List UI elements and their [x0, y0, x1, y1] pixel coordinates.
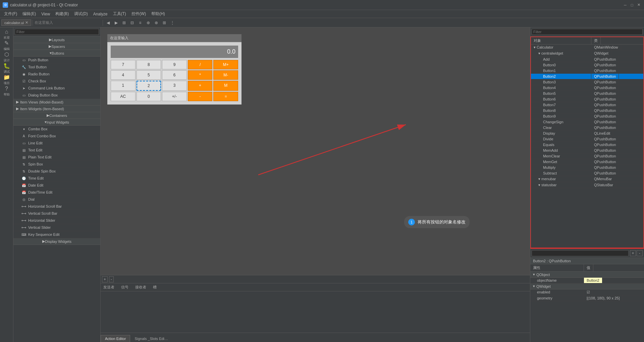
- menubar-item-d[interactable]: 调试(D): [71, 10, 91, 17]
- menubar-item-w[interactable]: 控件(W): [129, 10, 149, 17]
- maximize-button[interactable]: □: [629, 2, 635, 8]
- calc-btn-1[interactable]: 1: [111, 81, 136, 91]
- calc-btn-5[interactable]: 5: [137, 70, 161, 80]
- oi-row-button1[interactable]: Button1QPushButton: [531, 68, 643, 74]
- oi-row-memclear[interactable]: MemClearQPushButton: [531, 153, 643, 159]
- property-filter-input[interactable]: [532, 250, 629, 256]
- input-widget-item-spinbox[interactable]: ⇅Spin Box: [13, 161, 100, 168]
- toolbar-btn-6[interactable]: ⊕: [145, 19, 152, 26]
- oi-row-multiply[interactable]: MultiplyQPushButton: [531, 165, 643, 170]
- oi-row-equals[interactable]: EqualsQPushButton: [531, 142, 643, 148]
- sidebar-icon-design[interactable]: ⬡设计: [1, 52, 12, 62]
- toolbar-btn-2[interactable]: ▶: [112, 19, 120, 26]
- oi-row-add[interactable]: AddQPushButton: [531, 57, 643, 62]
- input-widget-item-dateedit[interactable]: 📅Date Edit: [13, 182, 100, 189]
- remove-connection-button[interactable]: -: [109, 276, 114, 282]
- oi-row-button8[interactable]: Button8QPushButton: [531, 108, 643, 114]
- toolbar-btn-4[interactable]: ⊟: [128, 19, 136, 26]
- oi-row-subtract[interactable]: SubtractQPushButton: [531, 170, 643, 176]
- calc-btn-add[interactable]: +: [188, 81, 213, 91]
- input-widget-item-doublespinbox[interactable]: ⇅Double Spin Box: [13, 168, 100, 175]
- category-layouts[interactable]: ▶ Layouts: [13, 37, 100, 43]
- oi-row-memadd[interactable]: MemAddQPushButton: [531, 148, 643, 153]
- minimize-button[interactable]: ─: [623, 2, 628, 8]
- calc-btn-3[interactable]: 3: [162, 81, 187, 91]
- sidebar-icon-help[interactable]: ?帮助: [1, 86, 12, 96]
- oi-row-memget[interactable]: MemGetQPushButton: [531, 159, 643, 165]
- prop-row-objectname[interactable]: objectNameButton2: [530, 278, 644, 283]
- input-widget-item-combobox[interactable]: ▾Combo Box: [13, 126, 100, 133]
- input-widget-item-horizontalslider[interactable]: ⟷Horizontal Slider: [13, 217, 100, 224]
- calc-btn-7[interactable]: 7: [111, 60, 136, 69]
- bottom-tab-1[interactable]: Signals _Slots Edi…: [130, 335, 172, 342]
- prop-row-enabled[interactable]: enabled☑: [530, 289, 644, 295]
- oi-row-changesign[interactable]: ChangeSignQPushButton: [531, 119, 643, 125]
- input-widget-item-horizontalscrollbar[interactable]: ⟷Horizontal Scroll Bar: [13, 203, 100, 210]
- address-bar[interactable]: 在这里输入: [34, 19, 101, 26]
- calc-btn-6[interactable]: 6: [162, 70, 187, 80]
- menubar-item-t[interactable]: 工具(T): [110, 10, 129, 17]
- oi-row-button7[interactable]: Button7QPushButton: [531, 102, 643, 108]
- sidebar-icon-debug[interactable]: 🐛调试: [1, 63, 12, 74]
- category-displaywidgets[interactable]: ▶ Display Widgets: [13, 238, 100, 245]
- calc-btn-8[interactable]: 8: [137, 60, 161, 69]
- menubar-item-view[interactable]: View: [39, 11, 53, 17]
- toolbar-btn-3[interactable]: ⊞: [120, 19, 128, 26]
- widget-filter-input[interactable]: [15, 29, 99, 35]
- widget-item-toolbutton[interactable]: 🔧Tool Button: [13, 64, 100, 71]
- menubar-item-h[interactable]: 帮助(H): [149, 10, 168, 17]
- tab-close-icon[interactable]: ✕: [25, 20, 28, 25]
- menubar-item-f[interactable]: 文件(F): [1, 10, 20, 17]
- calc-btn-ac[interactable]: AC: [111, 92, 136, 101]
- category-containers[interactable]: ▶ Containers: [13, 112, 100, 119]
- prop-add-button[interactable]: +: [630, 250, 636, 256]
- calc-btn-0[interactable]: 0: [137, 92, 161, 101]
- prop-section-qwidget[interactable]: ▾ QWidget: [530, 283, 644, 289]
- input-widget-item-plaintextedit[interactable]: ▤Plain Text Edit: [13, 154, 100, 161]
- calc-btn-divide[interactable]: /: [188, 60, 213, 69]
- oi-row-centralwidget[interactable]: ▾ centralwidgetQWidget: [531, 51, 643, 57]
- oi-row-statusbar[interactable]: ▾ statusbarQStatusBar: [531, 182, 643, 188]
- widget-item-radiobutton[interactable]: ◉Radio Button: [13, 71, 100, 78]
- oi-row-button3[interactable]: Button3QPushButton: [531, 79, 643, 85]
- add-connection-button[interactable]: +: [102, 276, 108, 282]
- oi-row-menubar[interactable]: ▾ menubarQMenuBar: [531, 176, 643, 182]
- toolbar-btn-5[interactable]: ≡: [137, 19, 144, 26]
- bottom-tab-0[interactable]: Action Editor: [101, 335, 130, 342]
- close-button[interactable]: ✕: [636, 2, 641, 8]
- input-widget-item-fontcombobox[interactable]: AFont Combo Box: [13, 133, 100, 140]
- category-buttons[interactable]: ▾ Buttons: [13, 50, 100, 57]
- widget-item-pushbutton[interactable]: ▭Push Button: [13, 57, 100, 64]
- calc-btn-changesign[interactable]: +/-: [162, 92, 187, 101]
- calculator-widget[interactable]: 0.0 7 8 9 / M+ 4 5 6 * M-: [107, 42, 241, 105]
- category-spacers[interactable]: ▶ Spacers: [13, 43, 100, 50]
- oi-row-calculator[interactable]: ▾ CalculatorQMainWindow: [531, 45, 643, 51]
- oi-row-button4[interactable]: Button4QPushButton: [531, 85, 643, 91]
- input-widget-item-timeedit[interactable]: 🕐Time Edit: [13, 175, 100, 182]
- design-area[interactable]: 在这里输入 0.0 7 8 9 / M+ 4 5 6 *: [101, 27, 530, 275]
- toolbar-btn-1[interactable]: ◀: [104, 19, 112, 26]
- input-widget-item-lineedit[interactable]: ▭Line Edit: [13, 140, 100, 147]
- calc-btn-subtract[interactable]: -: [188, 92, 213, 101]
- toolbar-btn-8[interactable]: ⊞: [161, 19, 168, 26]
- sidebar-icon-welcome[interactable]: ⌂欢迎: [1, 29, 12, 40]
- calc-btn-equals[interactable]: =: [213, 92, 238, 101]
- oi-row-button0[interactable]: Button0QPushButton: [531, 62, 643, 68]
- category-itemwidgets[interactable]: ▶ Item Widgets (Item-Based): [13, 106, 100, 112]
- menubar-item-e[interactable]: 编辑(E): [20, 10, 39, 17]
- prop-row-geometry[interactable]: geometry[(108, 180), 90 x 25]: [530, 295, 644, 301]
- toolbar-btn-9[interactable]: ⋮: [169, 19, 176, 26]
- oi-row-button6[interactable]: Button6QPushButton: [531, 96, 643, 102]
- calc-btn-mem[interactable]: M: [213, 81, 238, 91]
- calc-btn-mplus[interactable]: M+: [213, 60, 238, 69]
- category-itemviews[interactable]: ▶ Item Views (Model-Based): [13, 99, 100, 106]
- file-tab[interactable]: calculator.ui ✕: [1, 19, 31, 26]
- oi-row-button2[interactable]: Button2QPushButton: [531, 74, 643, 79]
- calc-btn-multiply[interactable]: *: [188, 70, 213, 80]
- oi-row-divide[interactable]: DivideQPushButton: [531, 136, 643, 142]
- input-widget-item-date/timeedit[interactable]: 📅Date/Time Edit: [13, 189, 100, 196]
- oi-row-clear[interactable]: ClearQPushButton: [531, 125, 643, 131]
- input-widget-item-verticalslider[interactable]: ⟷Vertical Slider: [13, 224, 100, 231]
- sidebar-icon-project[interactable]: 📁项目: [1, 74, 12, 85]
- widget-item-dialogbuttonbox[interactable]: ▭Dialog Button Box: [13, 92, 100, 99]
